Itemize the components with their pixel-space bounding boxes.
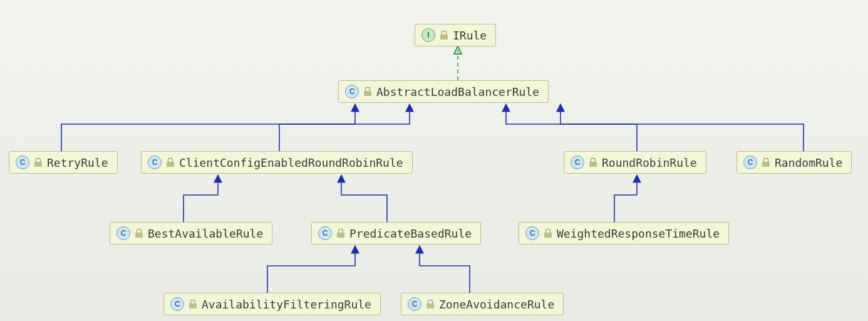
class-icon: C xyxy=(345,85,359,98)
node-label: RetryRule xyxy=(47,156,108,169)
node-label: AvailabilityFilteringRule xyxy=(202,298,371,311)
lock-icon xyxy=(440,31,448,39)
class-icon: C xyxy=(148,155,162,169)
lock-icon xyxy=(135,229,143,238)
edge-availfilter-to-predicate xyxy=(267,250,355,293)
lock-icon xyxy=(189,300,197,308)
edge-roundrobin-to-abstract xyxy=(506,108,637,151)
node-label: AbstractLoadBalancerRule xyxy=(376,85,539,98)
node-ccerrr[interactable]: C ClientConfigEnabledRoundRobinRule xyxy=(141,151,413,174)
node-label: RoundRobinRule xyxy=(602,156,697,169)
edge-weighted-to-roundrobin xyxy=(614,179,637,222)
interface-icon: I xyxy=(421,28,435,42)
edge-bestavail-to-ccerrr xyxy=(183,179,218,222)
lock-icon xyxy=(762,158,770,167)
node-weighted[interactable]: C WeightedResponseTimeRule xyxy=(519,222,729,245)
edge-retry-to-abstract xyxy=(61,108,355,151)
class-icon: C xyxy=(170,297,184,311)
node-zoneavoid[interactable]: C ZoneAvoidanceRule xyxy=(401,293,564,315)
class-icon: C xyxy=(408,297,421,311)
node-availfilter[interactable]: C AvailabilityFilteringRule xyxy=(163,293,381,315)
node-predicate[interactable]: C PredicateBasedRule xyxy=(311,222,481,245)
lock-icon xyxy=(167,158,174,167)
lock-icon xyxy=(589,158,597,167)
edge-zoneavoid-to-predicate xyxy=(420,250,470,293)
node-abstract[interactable]: C AbstractLoadBalancerRule xyxy=(338,80,549,103)
node-bestavail[interactable]: C BestAvailableRule xyxy=(110,222,272,245)
node-label: PredicateBasedRule xyxy=(349,227,472,240)
class-icon: C xyxy=(571,155,584,169)
node-random[interactable]: C RandomRule xyxy=(736,151,852,174)
class-icon: C xyxy=(743,155,757,169)
node-label: ZoneAvoidanceRule xyxy=(439,298,554,311)
class-icon: C xyxy=(16,155,29,169)
class-icon: C xyxy=(318,226,332,240)
node-label: RandomRule xyxy=(775,156,842,169)
node-irule[interactable]: I IRule xyxy=(415,24,496,46)
edge-predicate-to-ccerrr xyxy=(341,179,387,222)
node-retry[interactable]: C RetryRule xyxy=(9,151,118,174)
node-label: WeightedResponseTimeRule xyxy=(557,227,720,240)
lock-icon xyxy=(34,158,42,167)
class-icon: C xyxy=(525,226,539,240)
edge-ccerrr-to-abstract xyxy=(279,108,410,151)
node-label: BestAvailableRule xyxy=(148,227,263,240)
class-icon: C xyxy=(116,226,130,240)
node-label: IRule xyxy=(453,29,487,42)
edge-random-to-abstract xyxy=(561,108,803,151)
node-roundrobin[interactable]: C RoundRobinRule xyxy=(564,151,706,174)
lock-icon xyxy=(364,87,371,96)
lock-icon xyxy=(544,229,552,238)
lock-icon xyxy=(337,229,344,238)
node-label: ClientConfigEnabledRoundRobinRule xyxy=(179,156,403,169)
lock-icon xyxy=(426,300,434,308)
